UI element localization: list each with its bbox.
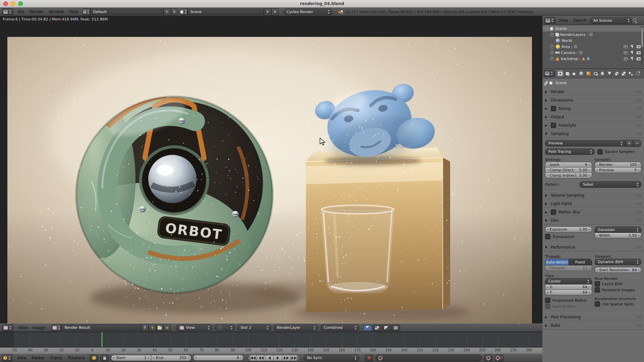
- panel-drag-dots-icon[interactable]: [636, 202, 641, 205]
- insert-keyframes-button[interactable]: [484, 355, 493, 361]
- render-engine-dropdown[interactable]: Cycles Render: [283, 9, 332, 15]
- expander-icon[interactable]: +: [550, 33, 554, 37]
- freestyle-checkbox[interactable]: [551, 123, 556, 128]
- render-pass-dropdown[interactable]: Combined: [320, 324, 359, 331]
- panel-drag-dots-icon[interactable]: [636, 324, 641, 327]
- motion-blur-checkbox[interactable]: [551, 209, 556, 215]
- tile-order-dropdown[interactable]: Center: [545, 278, 592, 285]
- timeline-track[interactable]: [0, 332, 542, 347]
- outliner-scrollbar[interactable]: [641, 26, 643, 66]
- tab-world[interactable]: [578, 70, 584, 76]
- playback-range-button[interactable]: [90, 355, 98, 361]
- tile-x-field[interactable]: ◂X: 64▸: [545, 284, 592, 290]
- tab-scene[interactable]: [571, 70, 577, 76]
- panel-performance[interactable]: ▼ Performance: [542, 243, 644, 251]
- integrator-dropdown[interactable]: Path Tracing: [545, 148, 595, 155]
- eye-icon[interactable]: [624, 57, 628, 60]
- stamp-checkbox[interactable]: [551, 106, 556, 111]
- channel-alpha-button[interactable]: [373, 325, 381, 331]
- outliner-menu-view[interactable]: View: [556, 17, 571, 23]
- menu-file[interactable]: File: [15, 9, 27, 15]
- start-resolution-field[interactable]: ◂Start Resolution: 64▸: [595, 267, 642, 273]
- screen-layout-field[interactable]: Default: [90, 9, 163, 15]
- outliner-item-area[interactable]: + Area |: [542, 44, 644, 50]
- spatial-splits-checkbox[interactable]: [595, 301, 600, 307]
- timeline-editor-type-button[interactable]: [2, 355, 12, 361]
- pointer-icon[interactable]: [630, 51, 634, 55]
- panel-drag-dots-icon[interactable]: [636, 124, 641, 127]
- tab-render[interactable]: [557, 70, 563, 76]
- channel-color-button[interactable]: [391, 325, 400, 331]
- outliner-item-renderlayers[interactable]: + RenderLayers |: [542, 32, 644, 38]
- end-frame-field[interactable]: ◂End: 250▸: [151, 355, 191, 361]
- remove-preset-button[interactable]: −: [633, 140, 641, 147]
- filter-type-dropdown[interactable]: Gaussian: [595, 227, 642, 233]
- sampling-preset-dropdown[interactable]: Preview: [545, 140, 625, 146]
- square-samples-checkbox[interactable]: [597, 149, 603, 155]
- filter-width-field[interactable]: ◂Width: 1.50▸: [595, 233, 642, 238]
- outliner-editor-type-button[interactable]: [544, 17, 555, 24]
- auto-detect-button[interactable]: Auto-detect: [545, 259, 569, 265]
- exposure-field[interactable]: ◂Exposure: 1.00▸: [545, 227, 592, 232]
- fake-user-button[interactable]: F: [141, 324, 149, 331]
- channel-z-button[interactable]: [382, 325, 391, 331]
- delete-keyframes-button[interactable]: ×: [495, 355, 503, 361]
- panel-drag-dots-icon[interactable]: [636, 90, 641, 93]
- outliner-item-backdrop[interactable]: + backdrop |: [542, 56, 644, 62]
- panel-drag-dots-icon[interactable]: [636, 107, 641, 110]
- play-reverse-button[interactable]: [265, 355, 274, 361]
- panel-stamp[interactable]: ▶ Stamp: [542, 104, 644, 113]
- timeline-ruler[interactable]: -50-40-30-20-100102030405060708090100110…: [0, 347, 542, 354]
- timeline-menu-playback[interactable]: Playback: [65, 355, 88, 361]
- outliner-menu-search[interactable]: Search: [571, 17, 589, 23]
- timeline-menu-marker[interactable]: Marker: [29, 355, 48, 361]
- panel-drag-dots-icon[interactable]: [636, 194, 641, 197]
- current-frame-field[interactable]: ◂6▸: [193, 355, 244, 361]
- progressive-refine-checkbox[interactable]: [545, 298, 550, 303]
- clamp-indirect-field[interactable]: ◂Clamp Indirect: 5.00▸: [545, 173, 592, 178]
- panel-sampling[interactable]: ▼ Sampling: [542, 129, 644, 138]
- tab-material[interactable]: [613, 70, 620, 76]
- delete-layout-button[interactable]: ×: [171, 8, 178, 15]
- pattern-dropdown[interactable]: Sobol: [580, 181, 641, 188]
- transparent-checkbox[interactable]: [545, 234, 550, 239]
- pointer-icon[interactable]: [630, 57, 634, 61]
- seed-field[interactable]: ◂Seed: 6▸: [545, 162, 592, 168]
- panel-drag-dots-icon[interactable]: [636, 211, 641, 214]
- jump-to-end-button[interactable]: [290, 355, 299, 361]
- persistent-images-checkbox[interactable]: [595, 287, 600, 293]
- tab-object-data[interactable]: [606, 70, 612, 76]
- eye-icon[interactable]: [624, 51, 628, 54]
- pointer-icon[interactable]: [630, 45, 634, 49]
- render-samples-field[interactable]: ◂Render: 100▸: [595, 162, 642, 168]
- tab-object[interactable]: [585, 70, 591, 76]
- new-image-button[interactable]: +: [149, 324, 156, 331]
- image-browse-button[interactable]: [51, 324, 61, 331]
- image-menu-image[interactable]: Image: [30, 325, 47, 331]
- tab-particles[interactable]: [628, 70, 634, 76]
- tab-texture[interactable]: [621, 70, 627, 76]
- camera-restrict-icon[interactable]: [637, 45, 641, 48]
- expander-icon[interactable]: +: [550, 51, 554, 55]
- editor-type-button[interactable]: [2, 8, 13, 15]
- panel-drag-dots-icon[interactable]: [636, 219, 641, 222]
- image-menu-view[interactable]: View: [15, 325, 30, 331]
- slot-dropdown[interactable]: Slot 2: [237, 324, 271, 331]
- panel-drag-dots-icon[interactable]: [636, 316, 641, 318]
- image-editor-type-button[interactable]: [2, 324, 13, 331]
- panel-render[interactable]: ▶ Render: [542, 87, 644, 96]
- outliner-scope-dropdown[interactable]: All Scenes: [590, 17, 632, 24]
- panel-volume-sampling[interactable]: ▶ Volume Sampling: [542, 191, 644, 199]
- scene-name-field[interactable]: Scene: [187, 9, 264, 15]
- start-frame-field[interactable]: ◂Start: 1▸: [111, 355, 151, 361]
- expander-icon[interactable]: −: [544, 26, 549, 31]
- menu-render[interactable]: Render: [27, 9, 46, 15]
- sync-mode-dropdown[interactable]: No Sync: [304, 355, 359, 361]
- auto-keyframe-button[interactable]: [365, 355, 373, 361]
- jump-to-start-button[interactable]: [248, 355, 257, 361]
- search-icon[interactable]: [633, 18, 637, 22]
- add-scene-button[interactable]: +: [264, 8, 271, 15]
- timeline-menu-frame[interactable]: Frame: [48, 355, 65, 361]
- channel-color-alpha-button[interactable]: [363, 325, 372, 331]
- camera-restrict-icon[interactable]: [637, 57, 641, 60]
